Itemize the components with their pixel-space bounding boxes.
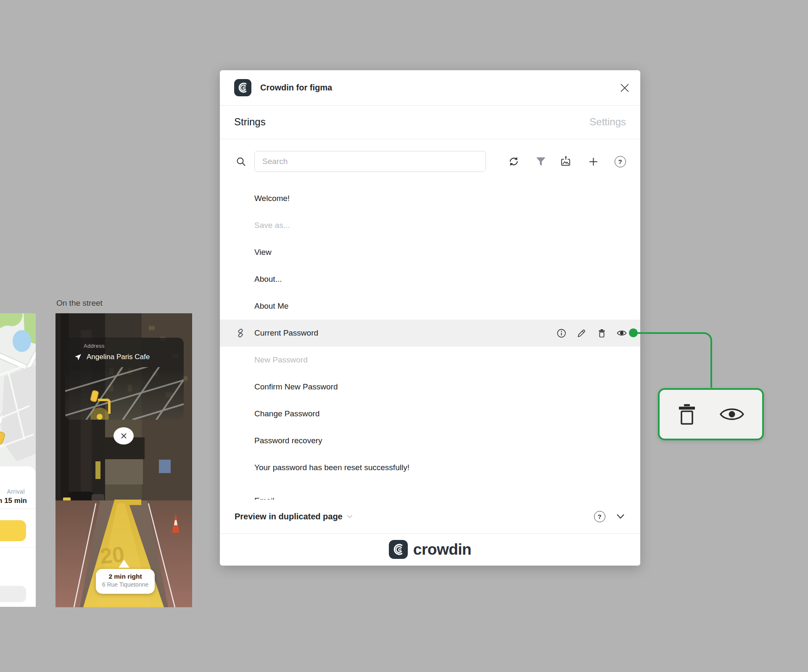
divider [0,547,36,548]
dialog-title: Crowdin for figma [260,70,332,105]
delete-button[interactable] [591,323,612,343]
dialog-footer: crowdin [220,533,640,566]
connection-dot [629,328,638,337]
list-item[interactable]: Save as... [220,212,640,239]
crowdin-wordmark: crowdin [413,541,471,558]
info-icon [557,328,566,338]
tab-settings[interactable]: Settings [589,105,626,139]
confirm-ride-button[interactable] [0,520,26,541]
crowdin-logo-icon [389,540,408,559]
delete-icon [597,328,607,338]
navigation-arrow-icon [74,354,82,361]
list-item[interactable]: Password recovery [220,427,640,454]
row-actions [551,320,640,347]
dialog-close-button[interactable] [618,82,631,94]
help-button[interactable]: ? [610,151,631,172]
toolbar: ? [220,139,640,185]
close-icon [121,433,127,439]
export-image-button[interactable] [555,151,576,172]
address-card: Address Angelina Paris Cafe [65,338,184,420]
ride-panel: Arrival in 15 min [0,466,36,607]
arrival-label: Arrival [7,488,25,495]
sync-icon [508,156,520,167]
list-item[interactable]: About... [220,266,640,293]
search-icon [230,151,251,172]
close-icon [618,82,631,94]
preview-mode-select[interactable]: Preview in duplicated page [235,500,353,533]
divider [0,508,36,509]
export-image-icon [560,156,572,167]
list-item[interactable]: Your password has been reset successfull… [220,454,640,481]
chevron-down-icon [347,515,353,519]
search-input[interactable] [255,151,501,172]
preview-help-button[interactable]: ? [589,506,610,527]
help-icon: ? [615,156,626,167]
list-item[interactable]: Welcome! [220,185,640,212]
minimap-taxi [90,390,99,402]
sync-button[interactable] [503,151,524,172]
search-input-wrapper [254,151,486,172]
list-item[interactable]: Change Password [220,400,640,427]
dialog-tabs: Strings Settings [220,105,640,139]
direction-title: 2 min right [96,573,155,580]
on-the-street-frame: 20 Address Angelina Paris Cafe [55,313,192,607]
address-label: Address [84,343,105,349]
help-icon: ? [594,511,605,522]
actions-tooltip [658,388,764,440]
crowdin-logo-icon [234,79,251,96]
taxi-app-frame: Arrival in 15 min [0,313,36,607]
list-item[interactable]: Confirm New Password [220,373,640,400]
filter-icon [535,156,547,167]
arrival-value: in 15 min [0,497,27,505]
link-icon [235,328,246,338]
list-item-partial[interactable]: Email [220,496,640,500]
tab-strings[interactable]: Strings [234,105,266,139]
minimap [65,367,184,420]
map-illustration [0,313,36,466]
list-item-selected[interactable]: Current Password [220,320,640,347]
ar-close-button[interactable] [114,427,134,444]
figma-canvas: Arrival in 15 min On the street [0,0,808,672]
edit-button[interactable] [571,323,591,343]
list-item[interactable]: About Me [220,293,640,320]
direction-card: 2 min right 6 Rue Tiquetonne [96,569,155,594]
direction-subtitle: 6 Rue Tiquetonne [96,581,155,588]
frame-title[interactable]: On the street [56,299,103,308]
collapse-button[interactable] [610,506,631,527]
preview-bar: Preview in duplicated page ? [220,500,640,534]
chevron-down-icon [616,514,625,519]
dialog-header: Crowdin for figma [220,70,640,106]
address-value: Angelina Paris Cafe [87,353,150,361]
edit-icon [577,328,586,338]
info-button[interactable] [551,323,571,343]
add-string-button[interactable] [583,151,604,172]
filter-button[interactable] [530,151,551,172]
strings-list: Welcome! Save as... View About... About … [220,185,640,500]
plus-icon [588,156,599,167]
secondary-button[interactable] [0,586,26,602]
preview-icon[interactable] [719,405,745,423]
delete-icon[interactable] [677,403,697,425]
list-item[interactable]: New Password [220,347,640,373]
crowdin-plugin-dialog: Crowdin for figma Strings Settings [220,70,640,566]
list-item[interactable]: View [220,239,640,266]
preview-icon [616,328,627,339]
